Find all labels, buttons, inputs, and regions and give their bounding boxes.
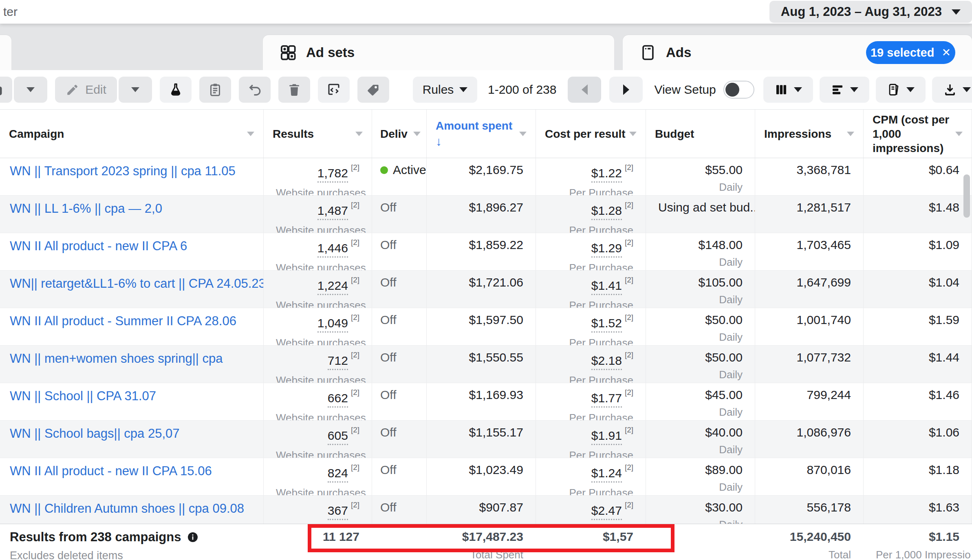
chevron-down-icon xyxy=(952,9,961,15)
delivery-status-label: Off xyxy=(380,388,396,402)
impressions-cell: 1,001,740 xyxy=(755,308,864,345)
reports-button[interactable] xyxy=(876,77,926,103)
duplicate-dropdown-button[interactable] xyxy=(14,77,47,103)
campaign-cell: WN || LL 1-6% || cpa — 2,0 xyxy=(0,196,264,233)
impressions-value: 1,281,517 xyxy=(797,201,851,214)
vertical-scrollbar-thumb[interactable] xyxy=(963,174,970,218)
summary-title-cell: Results from 238 campaigns Excludes dele… xyxy=(0,524,264,560)
budget-value: $45.00 xyxy=(658,388,743,402)
results-footnote: [2] xyxy=(351,351,359,359)
cost-per-result-cell: $1.41[2] Per Purchase xyxy=(536,271,646,308)
results-value[interactable]: 605 xyxy=(328,429,348,445)
campaign-name-link[interactable]: WN || School || CPA 31.07 xyxy=(10,389,156,403)
campaign-name-link[interactable]: WN || Transport 2023 spring || cpa 11.05 xyxy=(10,164,236,179)
edit-dropdown-button[interactable] xyxy=(119,77,152,103)
impressions-value: 1,647,699 xyxy=(797,276,851,289)
campaign-name-link[interactable]: WN || School bags|| cpa 25,07 xyxy=(10,426,180,441)
results-value[interactable]: 662 xyxy=(328,391,348,408)
campaign-name-link[interactable]: WN || men+women shoes spring|| cpa xyxy=(10,351,223,366)
campaign-name-link[interactable]: WN || Children Autumn shoes || cpa 09.08 xyxy=(10,501,244,516)
results-value[interactable]: 367 xyxy=(328,504,348,520)
budget-cell: $40.00 Daily xyxy=(646,421,755,458)
pixel-code-button[interactable] xyxy=(318,77,350,103)
selected-count-badge[interactable]: 19 selected ✕ xyxy=(866,41,955,64)
table-row: WN II All product - Summer II CPA 28.06 … xyxy=(0,308,972,346)
tag-button[interactable] xyxy=(357,77,389,103)
results-value[interactable]: 1,224 xyxy=(317,279,348,295)
campaign-name-link[interactable]: WN|| retarget&LL1-6% to cart || CPA 24.0… xyxy=(10,276,264,291)
ab-test-button[interactable] xyxy=(160,77,192,103)
tab-campaigns-partial[interactable] xyxy=(0,35,11,70)
cost-per-result-value[interactable]: $1.41 xyxy=(591,279,622,295)
view-setup-label: View Setup xyxy=(654,83,716,97)
rules-button[interactable]: Rules xyxy=(413,77,477,103)
cost-per-result-cell: $1.28[2] Per Purchase xyxy=(536,196,646,233)
amount-spent-value: $1,550.55 xyxy=(469,351,523,364)
results-value[interactable]: 1,782 xyxy=(317,166,348,183)
cost-per-result-value[interactable]: $1.52 xyxy=(591,316,622,333)
results-cell: 712[2] Website purchases xyxy=(264,346,372,383)
impressions-cell: 1,086,976 xyxy=(755,421,864,458)
cost-footnote: [2] xyxy=(625,463,633,472)
column-header-label: Budget xyxy=(655,127,694,141)
results-value[interactable]: 712 xyxy=(328,354,348,370)
summary-delivery-cell xyxy=(372,524,427,560)
duplicate-button[interactable] xyxy=(0,77,12,103)
column-header-budget[interactable]: Budget xyxy=(646,110,755,158)
cost-type-label: Per Purchase xyxy=(548,262,633,270)
column-header-results[interactable]: Results xyxy=(264,110,372,158)
columns-button[interactable] xyxy=(763,77,813,103)
campaign-name-link[interactable]: WN II All product - Summer II CPA 28.06 xyxy=(10,314,236,329)
impressions-value: 1,086,976 xyxy=(797,426,851,439)
view-setup-toggle[interactable] xyxy=(723,81,754,99)
cost-footnote: [2] xyxy=(625,313,633,322)
impressions-value: 1,077,732 xyxy=(797,351,851,364)
column-header-cpm[interactable]: CPM (cost per 1,000 impressions) xyxy=(864,110,972,158)
budget-value: $55.00 xyxy=(658,163,743,177)
delete-button[interactable] xyxy=(278,77,310,103)
column-header-delivery[interactable]: Deliv xyxy=(372,110,427,158)
undo-button[interactable] xyxy=(239,77,271,103)
export-button[interactable] xyxy=(932,77,972,103)
cost-per-result-value[interactable]: $1.28 xyxy=(591,204,622,220)
cost-per-result-value[interactable]: $1.91 xyxy=(591,429,622,445)
cost-per-result-value[interactable]: $2.18 xyxy=(591,354,622,370)
close-icon[interactable]: ✕ xyxy=(941,46,951,59)
amount-spent-value: $907.87 xyxy=(479,500,523,514)
breakdown-button[interactable] xyxy=(820,77,869,103)
cost-per-result-value[interactable]: $1.22 xyxy=(591,166,622,183)
impressions-total: 15,240,450 xyxy=(767,530,851,544)
previous-page-button[interactable] xyxy=(568,77,601,103)
column-header-cost-per-result[interactable]: Cost per result xyxy=(536,110,646,158)
campaign-name-link[interactable]: WN II All product - new II CPA 6 xyxy=(10,239,187,254)
results-value[interactable]: 1,049 xyxy=(317,316,348,333)
results-cell: 824[2] Website purchases xyxy=(264,458,372,495)
info-icon[interactable] xyxy=(187,531,199,543)
column-header-campaign[interactable]: Campaign xyxy=(0,110,264,158)
column-header-impressions[interactable]: Impressions xyxy=(755,110,864,158)
cpm-value: $1.48 xyxy=(929,201,959,214)
cost-per-result-value[interactable]: $2.47 xyxy=(591,504,622,520)
tab-ad-sets[interactable]: Ad sets xyxy=(263,35,614,70)
cost-per-result-value[interactable]: $1.77 xyxy=(591,391,622,408)
cpm-total: $1.15 xyxy=(876,530,959,544)
table-row: WN || School bags|| cpa 25,07 605[2] Web… xyxy=(0,421,972,458)
cost-per-result-cell: $1.77[2] Per Purchase xyxy=(536,383,646,420)
impressions-value: 556,178 xyxy=(807,500,851,514)
tab-ads[interactable]: Ads 19 selected ✕ xyxy=(623,35,972,70)
date-range-button[interactable]: Aug 1, 2023 – Aug 31, 2023 xyxy=(769,1,972,23)
next-page-button[interactable] xyxy=(609,77,643,103)
budget-type-label: Daily xyxy=(658,331,743,344)
results-value[interactable]: 824 xyxy=(328,466,348,483)
cpm-value: $1.04 xyxy=(929,276,959,289)
clipboard-button[interactable] xyxy=(199,77,231,103)
toolbar: Edit xyxy=(0,70,972,109)
campaign-name-link[interactable]: WN || LL 1-6% || cpa — 2,0 xyxy=(10,201,162,216)
cost-per-result-value[interactable]: $1.24 xyxy=(591,466,622,483)
results-value[interactable]: 1,487 xyxy=(317,204,348,220)
cost-per-result-value[interactable]: $1.29 xyxy=(591,241,622,258)
column-header-amount-spent[interactable]: Amount spent ↓ xyxy=(427,110,536,158)
edit-button[interactable]: Edit xyxy=(55,77,117,103)
results-value[interactable]: 1,446 xyxy=(317,241,348,258)
campaign-name-link[interactable]: WN II All product - new II CPA 15.06 xyxy=(10,464,212,478)
